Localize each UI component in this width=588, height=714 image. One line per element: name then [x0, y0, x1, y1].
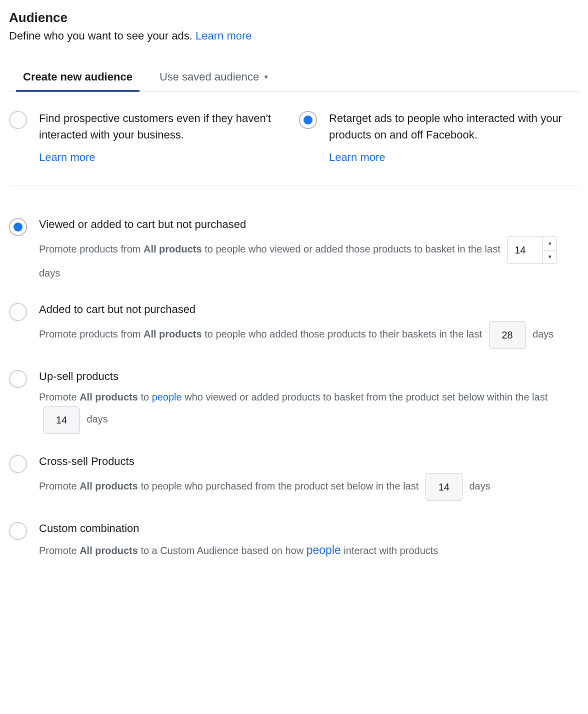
chevron-down-icon: ▼ — [263, 74, 269, 80]
option-3-title: Up-sell products — [39, 370, 579, 383]
learn-more-prospective[interactable]: Learn more — [39, 149, 289, 166]
option-custom-combination: Custom combination Promote All products … — [9, 522, 579, 560]
days-input-1-field[interactable] — [508, 236, 542, 264]
option-added-not-purchased: Added to cart but not purchased Promote … — [9, 303, 579, 349]
radio-option-1[interactable] — [9, 218, 27, 236]
radio-prospective-label: Find prospective customers even if they … — [39, 112, 271, 141]
option-viewed-or-added-not-purchased: Viewed or added to cart but not purchase… — [9, 218, 579, 282]
days-input-4[interactable]: 14 — [426, 473, 462, 501]
option-1-desc: Promote products from All products to pe… — [39, 236, 579, 282]
days-input-2[interactable]: 28 — [489, 321, 526, 349]
days-input-1[interactable]: ▲ ▼ — [507, 236, 557, 264]
option-4-title: Cross-sell Products — [39, 455, 490, 468]
radio-option-5[interactable] — [9, 522, 27, 540]
people-link-upsell[interactable]: people — [152, 392, 182, 402]
stepper-up-icon[interactable]: ▲ — [543, 236, 556, 250]
option-2-desc: Promote products from All products to pe… — [39, 321, 554, 349]
audience-type-row: Find prospective customers even if they … — [9, 92, 579, 186]
audience-tabs: Create new audience Use saved audience ▼ — [9, 70, 579, 92]
option-cross-sell: Cross-sell Products Promote All products… — [9, 455, 579, 501]
option-5-title: Custom combination — [39, 522, 438, 535]
tab-create-new-audience[interactable]: Create new audience — [23, 70, 132, 92]
tab-use-saved-audience[interactable]: Use saved audience ▼ — [160, 70, 269, 92]
retarget-options: Viewed or added to cart but not purchase… — [9, 186, 579, 560]
learn-more-retarget[interactable]: Learn more — [329, 149, 579, 166]
radio-option-3[interactable] — [9, 370, 27, 388]
radio-option-4[interactable] — [9, 455, 27, 473]
learn-more-link[interactable]: Learn more — [196, 30, 252, 42]
option-2-title: Added to cart but not purchased — [39, 303, 554, 316]
option-upsell: Up-sell products Promote All products to… — [9, 370, 579, 434]
radio-retarget-label: Retarget ads to people who interacted wi… — [329, 112, 562, 141]
option-4-desc: Promote All products to people who purch… — [39, 473, 490, 501]
radio-prospective[interactable] — [9, 111, 27, 129]
radio-retarget[interactable] — [299, 111, 317, 129]
option-3-desc: Promote All products to people who viewe… — [39, 388, 579, 434]
radio-option-2[interactable] — [9, 303, 27, 321]
page-subtitle: Define who you want to see your ads. Lea… — [9, 30, 579, 42]
page-title: Audience — [9, 10, 579, 26]
stepper-down-icon[interactable]: ▼ — [543, 250, 556, 264]
option-5-desc: Promote All products to a Custom Audienc… — [39, 540, 438, 560]
option-1-title: Viewed or added to cart but not purchase… — [39, 218, 579, 231]
people-link-custom[interactable]: people — [306, 544, 341, 556]
days-input-3[interactable]: 14 — [43, 406, 80, 434]
